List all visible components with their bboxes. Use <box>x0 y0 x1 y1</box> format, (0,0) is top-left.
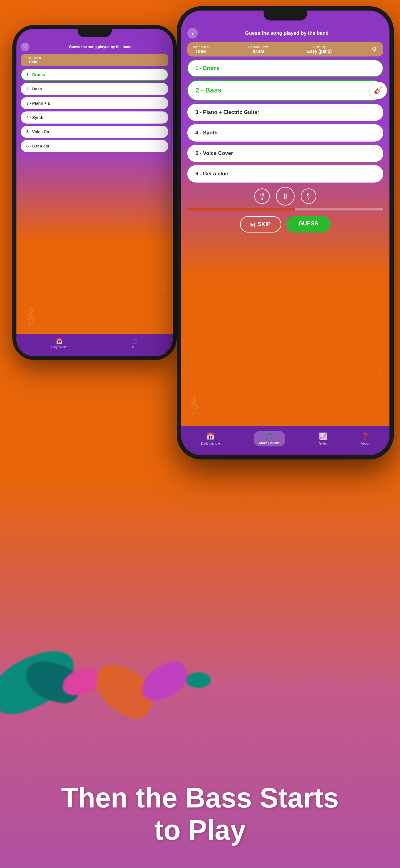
music-note-3: ♩ <box>197 348 199 356</box>
back-phone-bottom-nav: 📅 Daily Bandle 🎵 M... <box>16 334 173 356</box>
back-phone-info-bar: Released in 1996 <box>21 54 168 66</box>
about-label: About <box>361 441 370 445</box>
more-label: More Bandle <box>259 441 280 445</box>
back-phone-track-list: 1 - Drums 2 - Bass 3 - Piano + E 4 - Syn… <box>21 69 168 152</box>
skip-play-icon: ▶| <box>251 222 255 227</box>
forward-seconds: 5 <box>308 198 309 201</box>
pause-icon: ⏸ <box>281 192 289 200</box>
ink-splatter <box>0 626 400 725</box>
playback-controls: ↺ 5 ⏸ ↻ 5 <box>187 187 383 206</box>
headline-line1: Then the Bass Starts <box>61 782 339 813</box>
phone-front: ‹ Guess the song played by the band Rele… <box>177 6 394 460</box>
phone-back: ‹ Guess the song played by the band Rele… <box>12 25 177 360</box>
front-phone-header: ‹ Guess the song played by the band <box>187 26 383 40</box>
nav-daily[interactable]: 📅 Daily Bandle <box>201 432 220 445</box>
track-4[interactable]: 4 - Synth <box>187 124 383 142</box>
gear-button[interactable]: ⚙ <box>370 45 379 54</box>
back-track-3[interactable]: 3 - Piano + E <box>21 97 168 109</box>
back-phone-header: ‹ Guess the song played by the band <box>21 41 168 53</box>
back-phone-notch <box>77 29 112 37</box>
progress-bar[interactable] <box>187 208 383 211</box>
stats-label: Stats <box>319 441 327 445</box>
back-daily-label: Daily Bandle <box>52 345 67 349</box>
difficulty-label: Difficulty <box>307 45 332 49</box>
track-6[interactable]: 6 - Get a clue <box>187 165 383 183</box>
music-note-2: ♫ <box>366 385 371 393</box>
back-track-1[interactable]: 1 - Drums <box>21 69 168 81</box>
music-note-1: ♪ <box>378 365 382 374</box>
track-3[interactable]: 3 - Piano + Electric Guitar <box>187 104 383 121</box>
back-track-2[interactable]: 2 - Bass <box>21 83 168 95</box>
back-nav-more[interactable]: 🎵 M... <box>131 338 138 349</box>
info-released: Released in 1996 <box>192 45 210 54</box>
info-views: Youtube views 644M <box>247 45 269 54</box>
skip-label: SKIP <box>258 221 271 227</box>
back-track-4[interactable]: 4 - Synth <box>21 112 168 124</box>
nav-more[interactable]: 🎵 More Bandle <box>254 431 285 446</box>
pause-btn[interactable]: ⏸ <box>276 187 295 206</box>
stats-icon: 📈 <box>319 432 327 440</box>
rewind-btn[interactable]: ↺ 5 <box>254 188 270 204</box>
back-released-label: Released in <box>25 56 41 60</box>
guess-button[interactable]: GUESS <box>286 216 331 232</box>
back-phone-back-btn[interactable]: ‹ <box>21 42 29 51</box>
released-label: Released in <box>192 45 210 49</box>
back-track-6[interactable]: 6 - Get a clu <box>21 140 168 152</box>
back-treble-clef: 𝄞 <box>26 307 35 325</box>
front-track-list: 1 - Drums 2 - Bass 🎸 3 - Piano + Electri… <box>187 60 383 183</box>
progress-fill <box>187 208 295 211</box>
more-icon: 🎵 <box>265 432 273 440</box>
nav-stats[interactable]: 📈 Stats <box>319 432 327 445</box>
calendar-icon: 📅 <box>206 432 214 440</box>
difficulty-value: Easy (par 2) <box>307 49 332 54</box>
rewind-seconds: 5 <box>261 198 263 201</box>
treble-clef: 𝄞 <box>189 395 199 415</box>
track-5[interactable]: 5 - Voice Cover <box>187 145 383 162</box>
front-bottom-nav: 📅 Daily Bandle 🎵 More Bandle 📈 Stats ❓ A… <box>181 426 390 455</box>
back-released-value: 1996 <box>25 60 41 64</box>
back-more-icon: 🎵 <box>131 338 138 345</box>
back-phone-title: Guess the song played by the band <box>32 45 168 49</box>
track-1[interactable]: 1 - Drums <box>187 60 383 77</box>
back-music-note-1: ♪ <box>162 283 167 294</box>
front-info-bar: Released in 1996 Youtube views 644M Diff… <box>187 42 383 57</box>
track-2[interactable]: 2 - Bass 🎸 <box>187 80 383 101</box>
action-buttons: ▶| SKIP GUESS <box>187 216 383 232</box>
forward-btn[interactable]: ↻ 5 <box>301 188 316 204</box>
info-difficulty: Difficulty Easy (par 2) <box>307 45 332 54</box>
views-value: 644M <box>247 49 269 54</box>
bottom-headline: Then the Bass Starts to Play <box>0 782 400 846</box>
bottom-text: Then the Bass Starts to Play <box>0 782 400 846</box>
front-phone-notch <box>264 10 307 21</box>
back-music-note-2: ♫ <box>152 301 157 310</box>
front-back-btn[interactable]: ‹ <box>187 28 198 38</box>
back-nav-daily[interactable]: 📅 Daily Bandle <box>52 338 67 349</box>
daily-label: Daily Bandle <box>201 441 220 445</box>
about-icon: ❓ <box>361 432 369 440</box>
nav-about[interactable]: ❓ About <box>361 432 370 445</box>
back-more-label: M... <box>132 345 137 349</box>
back-calendar-icon: 📅 <box>56 338 63 345</box>
rewind-icon: ↺ <box>260 191 265 198</box>
back-track-5[interactable]: 5 - Voice Co <box>21 126 168 138</box>
guitar-badge: 🎸 <box>370 82 387 99</box>
headline-line2: to Play <box>154 815 245 846</box>
released-value: 1996 <box>192 49 210 54</box>
forward-icon: ↻ <box>306 191 311 198</box>
views-label: Youtube views <box>247 45 269 49</box>
front-header-title: Guess the song played by the band <box>201 30 383 36</box>
skip-button[interactable]: ▶| SKIP <box>240 216 281 232</box>
guess-label: GUESS <box>299 220 318 227</box>
